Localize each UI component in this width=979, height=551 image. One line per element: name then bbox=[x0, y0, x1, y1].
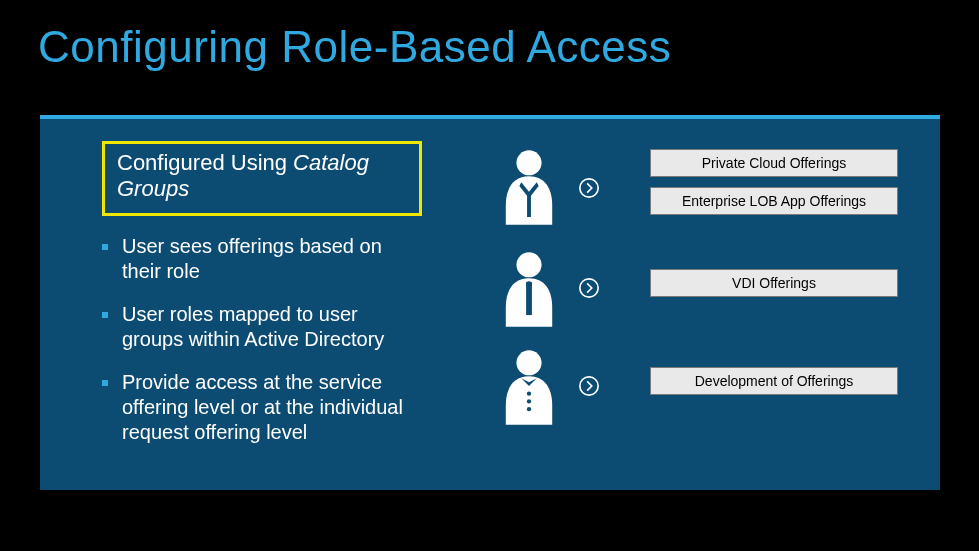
offering-vdi: VDI Offerings bbox=[650, 269, 898, 297]
svg-point-9 bbox=[527, 407, 531, 411]
bullet-list: User sees offerings based on their role … bbox=[102, 234, 422, 445]
arrow-right-icon bbox=[578, 375, 600, 397]
offering-enterprise-lob: Enterprise LOB App Offerings bbox=[650, 187, 898, 215]
subtitle-text: Configured Using bbox=[117, 150, 293, 175]
svg-point-1 bbox=[580, 179, 598, 197]
svg-point-2 bbox=[516, 252, 541, 277]
offering-private-cloud: Private Cloud Offerings bbox=[650, 149, 898, 177]
svg-point-10 bbox=[580, 377, 598, 395]
bullet-item: Provide access at the service offering l… bbox=[102, 370, 422, 445]
bullet-item: User sees offerings based on their role bbox=[102, 234, 422, 284]
svg-point-8 bbox=[527, 399, 531, 403]
svg-point-7 bbox=[527, 392, 531, 396]
offering-development: Development of Offerings bbox=[650, 367, 898, 395]
svg-point-0 bbox=[516, 150, 541, 175]
bullet-item: User roles mapped to user groups within … bbox=[102, 302, 422, 352]
left-column: Configured Using Catalog Groups User see… bbox=[102, 141, 422, 463]
svg-rect-3 bbox=[526, 282, 532, 315]
person-icon-business bbox=[500, 249, 558, 327]
svg-point-5 bbox=[580, 279, 598, 297]
person-icon-developer bbox=[500, 347, 558, 425]
arrow-right-icon bbox=[578, 277, 600, 299]
arrow-right-icon bbox=[578, 177, 600, 199]
catalog-groups-highlight: Configured Using Catalog Groups bbox=[102, 141, 422, 216]
svg-point-4 bbox=[526, 281, 532, 287]
content-panel: Configured Using Catalog Groups User see… bbox=[40, 115, 940, 490]
svg-point-6 bbox=[516, 350, 541, 375]
subtitle: Configured Using Catalog Groups bbox=[117, 150, 407, 203]
slide-title: Configuring Role-Based Access bbox=[0, 0, 979, 72]
person-icon-manager bbox=[500, 147, 558, 225]
